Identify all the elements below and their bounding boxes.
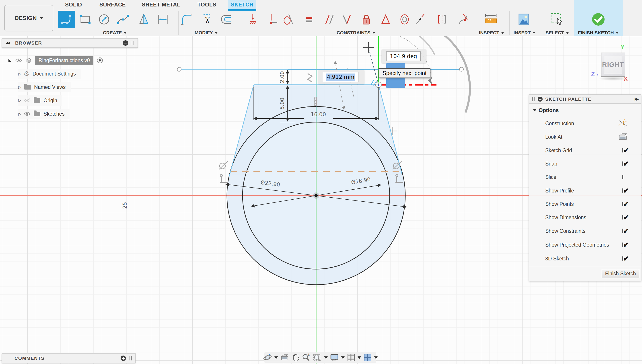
palette-row-snap[interactable]: Snap [529, 158, 641, 170]
grid-settings-tool[interactable] [347, 354, 355, 362]
constraint-tangent-tool[interactable] [281, 11, 295, 28]
line-tool[interactable] [58, 11, 75, 28]
dropdown-arrow-icon[interactable] [274, 356, 278, 359]
spline-tool[interactable] [114, 11, 131, 28]
browser-row-named-views[interactable]: ▷ Named Views [18, 82, 71, 92]
palette-row-show-profile[interactable]: Show Profile [529, 184, 641, 197]
palette-row-look-at[interactable]: Look At [529, 131, 641, 143]
orbit-tool[interactable]: + + [263, 353, 272, 362]
browser-row-label[interactable]: Origin [44, 98, 57, 104]
constraints-group-label[interactable]: CONSTRAINTS [337, 30, 375, 36]
palette-row-show-projected-geometries[interactable]: Show Projected Geometries [529, 238, 641, 251]
eye-icon[interactable] [24, 112, 31, 116]
endpoint-left[interactable] [177, 67, 181, 71]
browser-row-label[interactable]: Document Settings [33, 71, 76, 77]
tab-sheet-metal[interactable]: SHEET METAL [141, 0, 182, 9]
tab-surface[interactable]: SURFACE [97, 0, 128, 9]
collapsed-arrow-icon[interactable]: ▷ [18, 98, 21, 103]
constraint-curvature-tool[interactable] [456, 11, 470, 28]
viewcube[interactable]: RIGHT [601, 52, 625, 77]
browser-row-label[interactable]: Named Views [34, 84, 66, 90]
panel-drag-handle[interactable] [532, 97, 534, 101]
slice-checkbox[interactable] [622, 175, 623, 179]
rectangle-tool[interactable] [77, 11, 94, 28]
collapsed-arrow-icon[interactable]: ▷ [18, 85, 21, 90]
constraint-midpoint-tool[interactable] [378, 11, 393, 28]
dropdown-arrow-icon[interactable] [341, 356, 345, 359]
snap-checkbox[interactable] [622, 161, 623, 166]
center-point[interactable] [315, 194, 318, 197]
dropdown-arrow-icon[interactable] [358, 356, 361, 359]
construction-icon[interactable] [618, 118, 628, 128]
browser-row-label[interactable]: Sketches [44, 111, 65, 117]
show-dimensions-checkbox[interactable] [622, 215, 623, 220]
constraint-fix-tool[interactable] [359, 11, 373, 28]
dim-height-mid[interactable]: 5.00 [279, 98, 285, 110]
panel-drag-handle[interactable] [132, 41, 134, 45]
constraint-symmetry-tool[interactable] [435, 11, 449, 28]
browser-row-root[interactable]: RingForInstructions v0 [9, 55, 103, 66]
constraint-collinear-tool[interactable] [413, 11, 427, 28]
browser-row-label[interactable]: RingForInstructions v0 [35, 56, 93, 64]
tab-solid[interactable]: SOLID [63, 0, 85, 9]
dropdown-arrow-icon[interactable] [324, 356, 328, 359]
viewcube-face-label[interactable]: RIGHT [601, 53, 624, 76]
finish-group-label[interactable]: FINISH SKETCH [578, 30, 618, 36]
palette-row-sketch-grid[interactable]: Sketch Grid [529, 144, 641, 156]
show-points-checkbox[interactable] [622, 202, 623, 206]
browser-row-document-settings[interactable]: ▷ ⚙ Document Settings [18, 68, 81, 79]
palette-row-slice[interactable]: Slice [529, 171, 641, 183]
measure-tool[interactable] [482, 11, 499, 28]
palette-row-show-dimensions[interactable]: Show Dimensions [529, 211, 641, 224]
trim-tool[interactable]: ✂ [198, 11, 215, 28]
palette-row-construction[interactable]: Construction [529, 117, 641, 130]
viewports-tool[interactable] [364, 354, 372, 362]
fix-constraint-icon-left[interactable] [220, 174, 227, 182]
length-input[interactable]: 4.912 mm [323, 72, 358, 82]
constraint-glyph-marker[interactable] [308, 74, 312, 82]
sketch-grid-checkbox[interactable] [622, 148, 623, 152]
show-constraints-checkbox[interactable] [622, 228, 623, 233]
dim-width[interactable]: 16.00 [311, 112, 326, 118]
create-group-label[interactable]: CREATE [103, 30, 127, 36]
collapse-panel-icon[interactable]: ◀◀ [6, 41, 9, 45]
sketch-palette-header[interactable]: SKETCH PALETTE ▶▶ [529, 95, 641, 104]
finish-sketch-button[interactable]: FINISH SKETCH [574, 0, 623, 36]
design-menu-button[interactable]: DESIGN [4, 5, 53, 32]
show-profile-checkbox[interactable] [622, 188, 623, 193]
offset-tool[interactable] [217, 11, 234, 28]
constraint-horizontal-vertical-tool[interactable] [266, 11, 280, 28]
modify-group-label[interactable]: MODIFY [195, 30, 218, 36]
expand-panel-icon[interactable]: ▶▶ [635, 97, 638, 101]
finish-sketch-tool[interactable] [590, 11, 607, 28]
look-at-icon[interactable] [618, 133, 628, 140]
circle-tool[interactable] [96, 11, 113, 28]
inspect-group-label[interactable]: INSPECT [479, 30, 504, 36]
comments-bar[interactable]: COMMENTS [2, 353, 136, 363]
panel-drag-handle[interactable] [130, 356, 132, 360]
zoom-window-tool[interactable] [313, 353, 322, 362]
constraint-parallel-tool[interactable] [322, 11, 337, 28]
display-settings-tool[interactable] [330, 353, 339, 362]
dropdown-arrow-icon[interactable] [374, 356, 378, 359]
dimension-tool[interactable] [155, 11, 171, 28]
browser-row-origin[interactable]: ▷ Origin [18, 95, 62, 106]
expanded-arrow-icon[interactable] [9, 59, 12, 62]
constraint-concentric-tool[interactable] [397, 11, 412, 28]
tab-sketch[interactable]: SKETCH [228, 0, 256, 9]
dim-height-top[interactable]: 2.00 [279, 71, 285, 83]
constraint-equal-tool[interactable] [302, 11, 316, 28]
browser-row-sketches[interactable]: ▷ Sketches [18, 109, 70, 119]
select-group-label[interactable]: SELECT [546, 30, 569, 36]
pan-tool[interactable] [291, 353, 299, 362]
angle-input[interactable]: 104.9 deg [386, 52, 421, 61]
select-tool[interactable] [548, 11, 565, 28]
activate-component-radio[interactable] [97, 58, 103, 63]
minimize-icon[interactable] [123, 40, 128, 46]
add-comment-icon[interactable] [121, 356, 126, 361]
constraint-perpendicular-tool[interactable] [339, 11, 354, 28]
minimize-icon[interactable] [538, 97, 542, 102]
fillet-tool[interactable] [178, 11, 195, 28]
collapsed-arrow-icon[interactable]: ▷ [18, 112, 21, 116]
collapsed-arrow-icon[interactable]: ▷ [18, 72, 21, 76]
